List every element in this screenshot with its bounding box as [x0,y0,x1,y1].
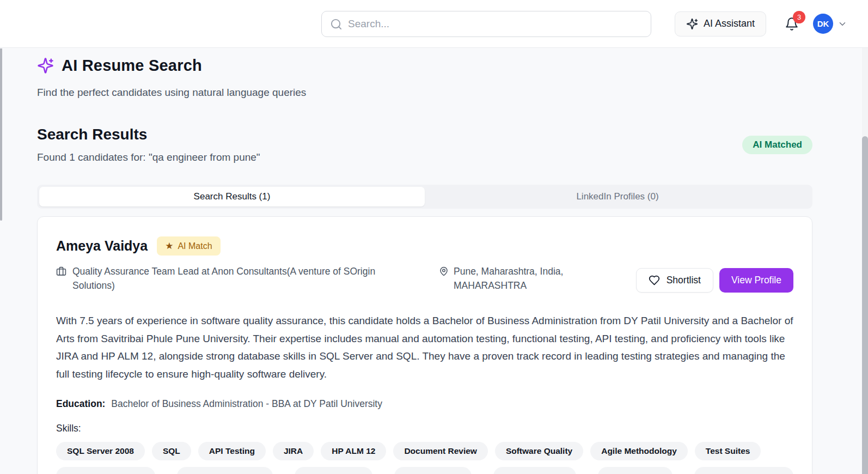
skill-chip-partial [56,467,155,474]
candidate-info-row: Quality Assurance Team Lead at Anon Cons… [56,264,793,293]
ai-matched-badge: AI Matched [742,136,812,154]
candidate-summary: With 7.5 years of experience in software… [56,312,793,383]
ai-match-badge: ★ AI Match [157,236,220,256]
skills-chips-row-2 [56,467,793,474]
page-subtitle: Find the perfect candidates using natura… [37,87,812,99]
user-avatar[interactable]: DK [813,14,833,34]
results-header: Search Results Found 1 candidates for: "… [37,126,812,163]
header-actions: AI Assistant 3 DK [675,11,847,37]
candidate-location-block: Pune, Maharashtra, India, MAHARASHTRA [439,264,586,293]
skills-label: Skills: [56,423,793,434]
skill-chip-partial [295,467,372,474]
results-heading: Search Results [37,126,260,143]
skill-chip-partial [493,467,576,474]
skill-chip: SQL [152,442,191,460]
candidate-job-title-block: Quality Assurance Team Lead at Anon Cons… [56,264,415,293]
results-tabs: Search Results (1) LinkedIn Profiles (0) [37,185,812,209]
page-title: AI Resume Search [62,57,202,75]
notifications-button[interactable]: 3 [785,17,799,31]
skill-chip: Software Quality [495,442,583,460]
sparkles-icon [686,18,698,30]
candidate-name-row: Ameya Vaidya ★ AI Match [56,236,793,256]
left-scrollbar-thumb[interactable] [0,48,2,221]
top-header: AI Assistant 3 DK [0,0,868,48]
briefcase-icon [56,266,66,293]
tab-linkedin-profiles[interactable]: LinkedIn Profiles (0) [425,187,810,206]
right-scrollbar-thumb[interactable] [862,136,868,474]
chevron-down-icon[interactable] [838,19,847,29]
tab-search-results[interactable]: Search Results (1) [39,187,425,206]
skill-chip: Agile Methodology [590,442,688,460]
star-icon: ★ [165,240,173,252]
main-content: AI Resume Search Find the perfect candid… [0,48,868,474]
skill-chip: Document Review [393,442,488,460]
education-label: Education: [56,398,105,409]
skill-chip: Test Suites [695,442,761,460]
shortlist-label: Shortlist [667,275,701,286]
candidate-job-title: Quality Assurance Team Lead at Anon Cons… [72,264,415,293]
skill-chip-partial [598,467,673,474]
education-row: Education: Bachelor of Business Administ… [56,398,793,410]
candidate-location: Pune, Maharashtra, India, MAHARASHTRA [454,264,586,293]
skill-chip: API Testing [198,442,266,460]
notification-count-badge: 3 [793,11,805,23]
view-profile-button[interactable]: View Profile [719,268,793,293]
map-pin-icon [439,266,449,293]
skill-chip: HP ALM 12 [321,442,386,460]
skill-chip-partial [177,467,273,474]
candidate-actions: Shortlist View Profile [636,268,793,293]
ai-assistant-label: AI Assistant [704,18,755,29]
candidate-card: Ameya Vaidya ★ AI Match Quality Assuranc… [37,216,812,474]
ai-assistant-button[interactable]: AI Assistant [675,11,766,37]
search-input[interactable] [321,11,651,37]
education-value: Bachelor of Business Administration - BB… [111,398,382,409]
shortlist-button[interactable]: Shortlist [636,268,713,293]
ai-match-label: AI Match [178,241,212,251]
skill-chip-partial [694,467,793,474]
skills-chips-row: SQL Server 2008 SQL API Testing JIRA HP … [56,442,793,460]
candidate-name: Ameya Vaidya [56,238,148,254]
skill-chip: SQL Server 2008 [56,442,145,460]
page-title-row: AI Resume Search [37,57,812,75]
ai-sparkles-icon [37,57,54,74]
results-summary: Found 1 candidates for: "qa engineer fro… [37,151,260,163]
global-search [321,11,651,37]
heart-icon [649,275,660,286]
skill-chip-partial [394,467,472,474]
skill-chip: JIRA [273,442,314,460]
search-icon [330,18,343,31]
